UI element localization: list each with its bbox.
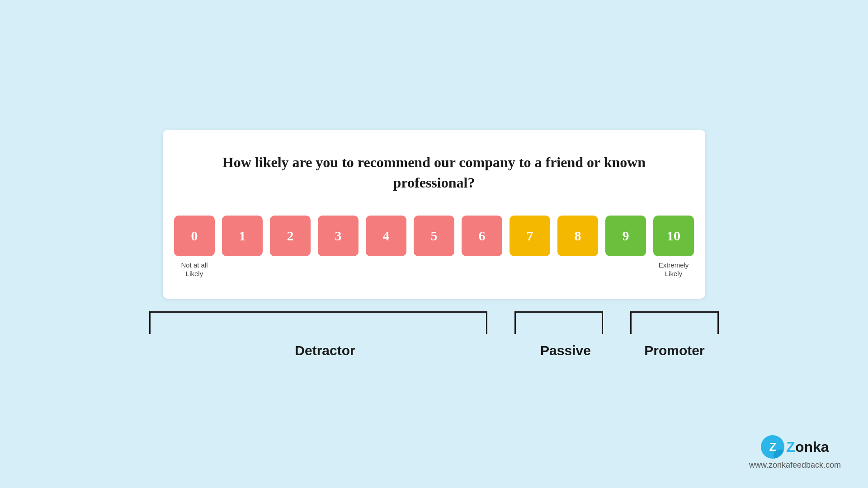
logo-area: Z Zonka www.zonkafeedback.com [749, 435, 841, 470]
scale-item-6: 6 [462, 216, 502, 256]
scale-item-4: 4 [366, 216, 406, 256]
passive-label: Passive [540, 343, 591, 358]
scale-button-8[interactable]: 8 [557, 216, 598, 256]
scale-button-3[interactable]: 3 [318, 216, 359, 256]
nps-card: How likely are you to recommend our comp… [163, 130, 705, 299]
scale-item-8: 8 [557, 216, 598, 256]
passive-bracket [514, 311, 603, 334]
promoter-category: Promoter [630, 311, 719, 358]
promoter-bracket [630, 311, 719, 334]
scale-item-7: 7 [509, 216, 550, 256]
scale-item-5: 5 [414, 216, 454, 256]
scale-label-0: Not at all Likely [181, 261, 208, 278]
scale-button-4[interactable]: 4 [366, 216, 406, 256]
scale-button-10[interactable]: 10 [653, 216, 694, 256]
detractor-bracket [149, 311, 487, 334]
zonka-brand-name: Zonka [786, 439, 829, 455]
promoter-label: Promoter [644, 343, 704, 358]
scale-item-10: 10Extremely Likely [653, 216, 694, 278]
scale-item-3: 3 [318, 216, 359, 256]
zonka-logo: Z Zonka [761, 435, 829, 459]
scale-button-7[interactable]: 7 [509, 216, 550, 256]
scale-button-5[interactable]: 5 [414, 216, 454, 256]
scale-button-1[interactable]: 1 [222, 216, 263, 256]
scale-button-2[interactable]: 2 [270, 216, 311, 256]
scale-button-9[interactable]: 9 [605, 216, 646, 256]
scale-item-1: 1 [222, 216, 263, 256]
passive-category: Passive [514, 311, 617, 358]
zonka-z-styled: Z [786, 439, 795, 455]
scale-item-0: 0Not at all Likely [174, 216, 215, 278]
categories-row: Detractor Passive Promoter [149, 311, 719, 358]
scale-button-6[interactable]: 6 [462, 216, 502, 256]
zonka-rest-styled: onka [795, 439, 829, 455]
zonka-z-letter: Z [769, 440, 776, 454]
question-text: How likely are you to recommend our comp… [190, 152, 678, 193]
zonka-circle-icon: Z [761, 435, 784, 459]
scale-item-2: 2 [270, 216, 311, 256]
scale-row: 0Not at all Likely12345678910Extremely L… [190, 216, 678, 278]
zonka-url: www.zonkafeedback.com [749, 460, 841, 470]
detractor-category: Detractor [149, 311, 501, 358]
scale-label-10: Extremely Likely [653, 261, 694, 278]
detractor-label: Detractor [295, 343, 355, 358]
scale-item-9: 9 [605, 216, 646, 256]
scale-button-0[interactable]: 0 [174, 216, 215, 256]
